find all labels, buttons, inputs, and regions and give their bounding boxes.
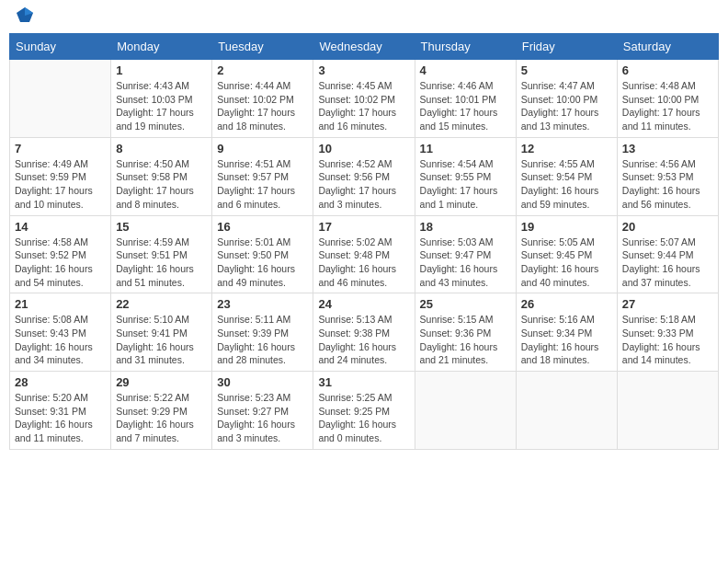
day-info: Sunrise: 4:49 AM Sunset: 9:59 PM Dayligh…	[15, 157, 106, 212]
day-info: Sunrise: 4:44 AM Sunset: 10:02 PM Daylig…	[217, 79, 308, 133]
day-number: 5	[521, 63, 612, 77]
day-header-saturday: Saturday	[617, 34, 718, 60]
day-header-monday: Monday	[111, 34, 212, 60]
calendar-week-row: 1Sunrise: 4:43 AM Sunset: 10:03 PM Dayli…	[10, 60, 719, 138]
day-number: 12	[521, 142, 612, 155]
logo	[13, 9, 35, 26]
calendar-cell: 2Sunrise: 4:44 AM Sunset: 10:02 PM Dayli…	[212, 60, 313, 138]
day-header-sunday: Sunday	[10, 34, 111, 60]
calendar-cell: 16Sunrise: 5:01 AM Sunset: 9:50 PM Dayli…	[212, 215, 313, 293]
calendar-cell: 11Sunrise: 4:54 AM Sunset: 9:55 PM Dayli…	[415, 137, 516, 215]
day-number: 16	[217, 220, 308, 234]
calendar-cell	[516, 372, 617, 450]
day-number: 8	[116, 142, 207, 155]
day-info: Sunrise: 5:10 AM Sunset: 9:41 PM Dayligh…	[116, 313, 207, 367]
calendar-cell: 28Sunrise: 5:20 AM Sunset: 9:31 PM Dayli…	[10, 372, 111, 450]
header	[9, 9, 719, 26]
calendar-cell: 30Sunrise: 5:23 AM Sunset: 9:27 PM Dayli…	[212, 372, 313, 450]
calendar-cell: 23Sunrise: 5:11 AM Sunset: 9:39 PM Dayli…	[212, 293, 313, 372]
calendar-cell: 25Sunrise: 5:15 AM Sunset: 9:36 PM Dayli…	[415, 293, 516, 372]
day-header-thursday: Thursday	[415, 34, 516, 60]
calendar-cell: 7Sunrise: 4:49 AM Sunset: 9:59 PM Daylig…	[10, 137, 111, 215]
day-number: 31	[318, 375, 409, 389]
calendar-cell: 20Sunrise: 5:07 AM Sunset: 9:44 PM Dayli…	[617, 215, 718, 293]
day-number: 27	[622, 297, 713, 311]
day-number: 24	[318, 297, 409, 311]
day-header-tuesday: Tuesday	[212, 34, 313, 60]
calendar-cell: 14Sunrise: 4:58 AM Sunset: 9:52 PM Dayli…	[10, 215, 111, 293]
day-info: Sunrise: 4:56 AM Sunset: 9:53 PM Dayligh…	[622, 157, 713, 212]
day-number: 3	[318, 63, 409, 77]
calendar-cell: 10Sunrise: 4:52 AM Sunset: 9:56 PM Dayli…	[313, 137, 415, 215]
day-number: 4	[420, 63, 511, 77]
calendar-header-row: SundayMondayTuesdayWednesdayThursdayFrid…	[10, 34, 719, 60]
day-number: 23	[217, 297, 308, 311]
day-number: 25	[420, 297, 511, 311]
calendar-cell: 26Sunrise: 5:16 AM Sunset: 9:34 PM Dayli…	[516, 293, 617, 372]
calendar-cell: 17Sunrise: 5:02 AM Sunset: 9:48 PM Dayli…	[313, 215, 415, 293]
day-info: Sunrise: 5:03 AM Sunset: 9:47 PM Dayligh…	[420, 236, 511, 290]
calendar-week-row: 14Sunrise: 4:58 AM Sunset: 9:52 PM Dayli…	[10, 215, 719, 293]
calendar-cell: 4Sunrise: 4:46 AM Sunset: 10:01 PM Dayli…	[415, 60, 516, 138]
calendar-cell: 12Sunrise: 4:55 AM Sunset: 9:54 PM Dayli…	[516, 137, 617, 215]
day-number: 15	[116, 220, 207, 234]
day-number: 2	[217, 63, 308, 77]
day-number: 7	[15, 142, 106, 155]
day-number: 10	[318, 142, 409, 155]
day-info: Sunrise: 5:01 AM Sunset: 9:50 PM Dayligh…	[217, 236, 308, 290]
day-number: 26	[521, 297, 612, 311]
day-number: 21	[15, 297, 106, 311]
day-info: Sunrise: 5:07 AM Sunset: 9:44 PM Dayligh…	[622, 236, 713, 290]
logo-flag-icon	[15, 6, 35, 26]
calendar-cell	[415, 372, 516, 450]
day-info: Sunrise: 5:18 AM Sunset: 9:33 PM Dayligh…	[622, 313, 713, 367]
calendar-cell: 1Sunrise: 4:43 AM Sunset: 10:03 PM Dayli…	[111, 60, 212, 138]
calendar-cell: 27Sunrise: 5:18 AM Sunset: 9:33 PM Dayli…	[617, 293, 718, 372]
day-info: Sunrise: 5:13 AM Sunset: 9:38 PM Dayligh…	[318, 313, 409, 367]
calendar-cell: 18Sunrise: 5:03 AM Sunset: 9:47 PM Dayli…	[415, 215, 516, 293]
day-number: 30	[217, 375, 308, 389]
day-info: Sunrise: 5:11 AM Sunset: 9:39 PM Dayligh…	[217, 313, 308, 367]
day-info: Sunrise: 5:22 AM Sunset: 9:29 PM Dayligh…	[116, 391, 207, 445]
calendar-cell: 6Sunrise: 4:48 AM Sunset: 10:00 PM Dayli…	[617, 60, 718, 138]
day-info: Sunrise: 4:58 AM Sunset: 9:52 PM Dayligh…	[15, 236, 106, 290]
day-number: 14	[15, 220, 106, 234]
day-info: Sunrise: 4:51 AM Sunset: 9:57 PM Dayligh…	[217, 157, 308, 212]
day-info: Sunrise: 4:52 AM Sunset: 9:56 PM Dayligh…	[318, 157, 409, 212]
day-info: Sunrise: 4:55 AM Sunset: 9:54 PM Dayligh…	[521, 157, 612, 212]
day-number: 17	[318, 220, 409, 234]
calendar-week-row: 28Sunrise: 5:20 AM Sunset: 9:31 PM Dayli…	[10, 372, 719, 450]
calendar-cell: 24Sunrise: 5:13 AM Sunset: 9:38 PM Dayli…	[313, 293, 415, 372]
day-info: Sunrise: 4:54 AM Sunset: 9:55 PM Dayligh…	[420, 157, 511, 212]
day-info: Sunrise: 4:47 AM Sunset: 10:00 PM Daylig…	[521, 79, 612, 133]
day-info: Sunrise: 4:43 AM Sunset: 10:03 PM Daylig…	[116, 79, 207, 133]
day-info: Sunrise: 5:15 AM Sunset: 9:36 PM Dayligh…	[420, 313, 511, 367]
calendar-cell: 21Sunrise: 5:08 AM Sunset: 9:43 PM Dayli…	[10, 293, 111, 372]
calendar-cell: 31Sunrise: 5:25 AM Sunset: 9:25 PM Dayli…	[313, 372, 415, 450]
day-info: Sunrise: 4:50 AM Sunset: 9:58 PM Dayligh…	[116, 157, 207, 212]
day-info: Sunrise: 4:59 AM Sunset: 9:51 PM Dayligh…	[116, 236, 207, 290]
day-number: 6	[622, 63, 713, 77]
calendar-cell: 22Sunrise: 5:10 AM Sunset: 9:41 PM Dayli…	[111, 293, 212, 372]
calendar-cell: 19Sunrise: 5:05 AM Sunset: 9:45 PM Dayli…	[516, 215, 617, 293]
day-info: Sunrise: 5:20 AM Sunset: 9:31 PM Dayligh…	[15, 391, 106, 445]
calendar-cell: 5Sunrise: 4:47 AM Sunset: 10:00 PM Dayli…	[516, 60, 617, 138]
day-number: 9	[217, 142, 308, 155]
calendar-cell: 8Sunrise: 4:50 AM Sunset: 9:58 PM Daylig…	[111, 137, 212, 215]
calendar-cell: 13Sunrise: 4:56 AM Sunset: 9:53 PM Dayli…	[617, 137, 718, 215]
day-number: 22	[116, 297, 207, 311]
day-info: Sunrise: 4:45 AM Sunset: 10:02 PM Daylig…	[318, 79, 409, 133]
calendar-cell: 3Sunrise: 4:45 AM Sunset: 10:02 PM Dayli…	[313, 60, 415, 138]
day-info: Sunrise: 5:25 AM Sunset: 9:25 PM Dayligh…	[318, 391, 409, 445]
day-number: 29	[116, 375, 207, 389]
calendar-cell: 15Sunrise: 4:59 AM Sunset: 9:51 PM Dayli…	[111, 215, 212, 293]
calendar-cell	[617, 372, 718, 450]
calendar-week-row: 7Sunrise: 4:49 AM Sunset: 9:59 PM Daylig…	[10, 137, 719, 215]
day-number: 18	[420, 220, 511, 234]
day-info: Sunrise: 5:08 AM Sunset: 9:43 PM Dayligh…	[15, 313, 106, 367]
day-number: 1	[116, 63, 207, 77]
day-info: Sunrise: 5:23 AM Sunset: 9:27 PM Dayligh…	[217, 391, 308, 445]
calendar-cell: 29Sunrise: 5:22 AM Sunset: 9:29 PM Dayli…	[111, 372, 212, 450]
day-number: 11	[420, 142, 511, 155]
day-number: 20	[622, 220, 713, 234]
